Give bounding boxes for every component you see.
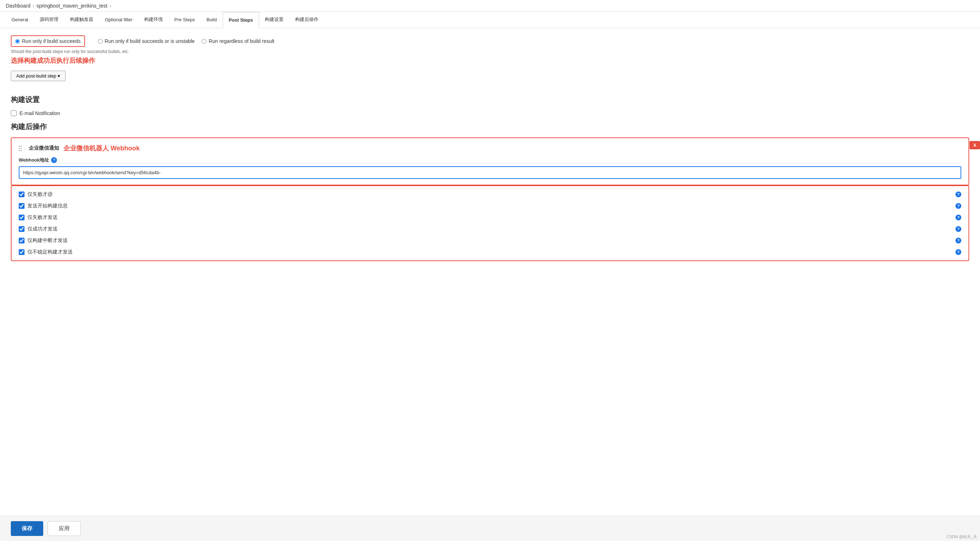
radio-unstable[interactable] xyxy=(98,39,103,44)
checkbox-item-send-start: 发送开始构建信息 ? xyxy=(19,203,961,209)
drag-handle[interactable] xyxy=(19,146,22,151)
tab-presteps[interactable]: Pre Steps xyxy=(169,12,201,28)
checkbox-item-fail-only: 仅失败才发送 ? xyxy=(19,214,961,221)
checkbox-send-start-help-icon[interactable]: ? xyxy=(956,203,961,209)
checkbox-left-send-start: 发送开始构建信息 xyxy=(19,203,68,209)
add-step-button[interactable]: Add post-build step ▾ xyxy=(11,71,65,81)
checkbox-left-fail-only: 仅失败才发送 xyxy=(19,214,58,221)
webhook-card-header: 企业微信通知 企业微信机器人 Webhook xyxy=(19,144,961,153)
webhook-label: Webhook地址 ? xyxy=(19,157,961,163)
tab-triggers[interactable]: 构建触发器 xyxy=(64,12,99,28)
checkbox-fail-only-label: 仅失败才发送 xyxy=(27,214,58,221)
radio-unstable-label[interactable]: Run only if build succeeds or is unstabl… xyxy=(105,38,195,44)
checkbox-item-success-only: 仅成功才发送 ? xyxy=(19,226,961,232)
email-notification-label: E-mail Notification xyxy=(19,110,60,116)
watermark: CSDN @灿天_天 xyxy=(947,534,977,538)
checkbox-abort-only-label: 仅构建中断才发送 xyxy=(27,237,68,244)
tab-general[interactable]: General xyxy=(6,12,34,28)
webhook-title: 企业微信通知 xyxy=(29,145,59,152)
checkbox-unstable-only-help-icon[interactable]: ? xyxy=(956,249,961,255)
checkbox-left-success-only: 仅成功才发送 xyxy=(19,226,58,232)
main-content: General 源码管理 构建触发器 Optional filter 构建环境 … xyxy=(0,12,980,538)
checkbox-item-fail-at: 仅失败才@ ? xyxy=(19,191,961,198)
radio-regardless[interactable] xyxy=(202,39,207,44)
breadcrumb-dashboard[interactable]: Dashboard xyxy=(6,3,30,9)
radio-succeeds[interactable] xyxy=(15,39,20,44)
tab-postbuild[interactable]: 构建后操作 xyxy=(289,12,324,28)
checkbox-success-only-help-icon[interactable]: ? xyxy=(956,226,961,232)
checkbox-abort-only-help-icon[interactable]: ? xyxy=(956,238,961,243)
build-settings-heading: 构建设置 xyxy=(11,95,969,105)
checkbox-success-only[interactable] xyxy=(19,226,24,232)
email-notification-checkbox[interactable] xyxy=(11,110,17,116)
tab-filter[interactable]: Optional filter xyxy=(99,12,138,28)
radio-selected-box: Run only if build succeeds xyxy=(11,35,85,47)
breadcrumb-bar: Dashboard › springboot_maven_jenkins_tes… xyxy=(0,0,980,12)
checkbox-success-only-label: 仅成功才发送 xyxy=(27,226,58,232)
radio-option3[interactable]: Run regardless of build result xyxy=(202,38,274,44)
content-area: Run only if build succeeds Run only if b… xyxy=(0,28,980,297)
checkboxes-wrapper: 仅失败才@ ? 发送开始构建信息 ? 仅失败才发送 ? xyxy=(11,185,969,261)
checkbox-fail-only[interactable] xyxy=(19,215,24,220)
breadcrumb-sep1: › xyxy=(33,3,35,9)
radio-succeeds-label[interactable]: Run only if build succeeds xyxy=(22,38,81,44)
checkbox-send-start-label: 发送开始构建信息 xyxy=(27,203,68,209)
checkbox-fail-only-help-icon[interactable]: ? xyxy=(956,215,961,220)
webhook-annotation: 企业微信机器人 Webhook xyxy=(64,144,140,153)
tab-env[interactable]: 构建环境 xyxy=(138,12,169,28)
radio-option2[interactable]: Run only if build succeeds or is unstabl… xyxy=(98,38,195,44)
webhook-close-button[interactable]: X xyxy=(970,141,980,149)
webhook-actions: X ? xyxy=(970,141,980,149)
checkbox-left-abort-only: 仅构建中断才发送 xyxy=(19,237,68,244)
apply-button[interactable]: 应用 xyxy=(48,521,81,536)
post-actions-heading: 构建后操作 xyxy=(11,122,969,132)
checkbox-fail-at-label: 仅失败才@ xyxy=(27,191,52,198)
checkbox-abort-only[interactable] xyxy=(19,238,24,243)
checkbox-unstable-only[interactable] xyxy=(19,249,24,255)
checkbox-item-abort-only: 仅构建中断才发送 ? xyxy=(19,237,961,244)
checkbox-unstable-only-label: 仅不稳定构建才发送 xyxy=(27,249,73,255)
checkbox-fail-at[interactable] xyxy=(19,192,24,197)
tab-source[interactable]: 源码管理 xyxy=(34,12,64,28)
breadcrumb-project[interactable]: springboot_maven_jenkins_test xyxy=(37,3,107,9)
checkboxes-card: 仅失败才@ ? 发送开始构建信息 ? 仅失败才发送 ? xyxy=(11,185,969,261)
tab-poststeps[interactable]: Post Steps xyxy=(223,12,259,28)
webhook-label-help-icon[interactable]: ? xyxy=(51,157,57,163)
email-notification-row: E-mail Notification xyxy=(11,110,969,116)
checkbox-send-start[interactable] xyxy=(19,203,24,209)
radio-options-row: Run only if build succeeds Run only if b… xyxy=(11,35,969,47)
description-text: Should the post-build steps run only for… xyxy=(11,49,969,54)
webhook-card: 企业微信通知 企业微信机器人 Webhook Webhook地址 ? xyxy=(11,137,969,185)
checkbox-left-fail-at: 仅失败才@ xyxy=(19,191,52,198)
save-button[interactable]: 保存 xyxy=(11,521,43,536)
webhook-input[interactable] xyxy=(19,166,961,179)
tab-bar: General 源码管理 构建触发器 Optional filter 构建环境 … xyxy=(0,12,980,28)
checkbox-item-unstable-only: 仅不稳定构建才发送 ? xyxy=(19,249,961,255)
breadcrumb-sep2: › xyxy=(110,3,111,9)
tab-buildsettings[interactable]: 构建设置 xyxy=(259,12,289,28)
tab-build[interactable]: Build xyxy=(201,12,223,28)
radio-regardless-label[interactable]: Run regardless of build result xyxy=(208,38,274,44)
bottom-bar: 保存 应用 xyxy=(0,516,980,538)
webhook-card-wrapper: 企业微信通知 企业微信机器人 Webhook Webhook地址 ? X ? xyxy=(11,137,969,185)
checkbox-fail-at-help-icon[interactable]: ? xyxy=(956,192,961,197)
annotation-text: 选择构建成功后执行后续操作 xyxy=(11,56,969,65)
checkbox-left-unstable-only: 仅不稳定构建才发送 xyxy=(19,249,73,255)
